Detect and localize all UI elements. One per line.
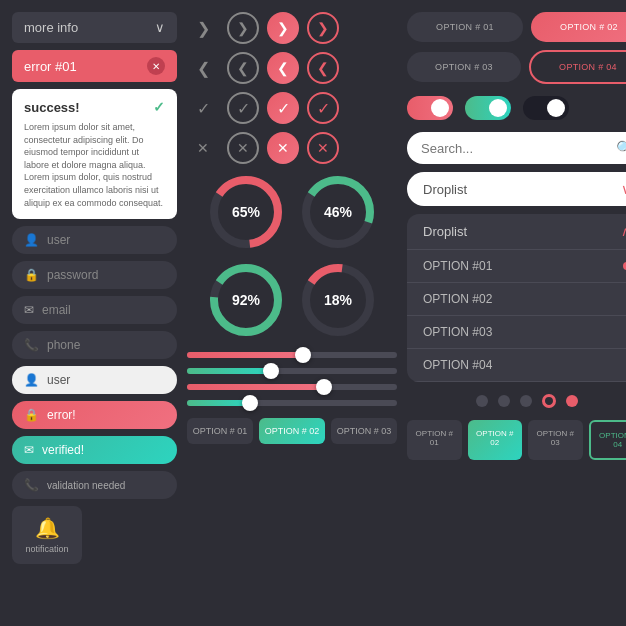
check-filled[interactable]: ✓: [267, 92, 299, 124]
pie-label-18: 18%: [324, 292, 352, 308]
search-input[interactable]: [421, 141, 608, 156]
option-btn-02[interactable]: OPTION # 02: [531, 12, 626, 42]
pie-chart-92: 92%: [206, 260, 286, 340]
input-password[interactable]: 🔒 password: [12, 261, 177, 289]
slider-thumb-1[interactable]: [295, 347, 311, 363]
tab-right-3[interactable]: OPTION # 03: [528, 420, 583, 460]
input-validation[interactable]: 📞 validation needed: [12, 471, 177, 499]
input-phone-label: phone: [47, 338, 80, 352]
chevron-right-row: ❯ ❯ ❯ ❯: [187, 12, 397, 44]
input-password-label: password: [47, 268, 98, 282]
input-phone[interactable]: 📞 phone: [12, 331, 177, 359]
error-badge[interactable]: error #01 ✕: [12, 50, 177, 82]
input-user-label: user: [47, 233, 70, 247]
toggle-knob-pink: [431, 99, 449, 117]
chevron-down-icon: ∨: [621, 181, 626, 197]
x-outlined[interactable]: ✕: [227, 132, 259, 164]
tab-right-2[interactable]: OPTION # 02: [468, 420, 523, 460]
radio-dot-1[interactable]: [476, 395, 488, 407]
radio-dot-3[interactable]: [520, 395, 532, 407]
tab-right-4[interactable]: OPTION # 04: [589, 420, 627, 460]
input-user2[interactable]: 👤 user: [12, 366, 177, 394]
email-icon2: ✉: [24, 443, 34, 457]
input-verified[interactable]: ✉ verified!: [12, 436, 177, 464]
toggle-knob-green: [489, 99, 507, 117]
x-filled[interactable]: ✕: [267, 132, 299, 164]
input-validation-label: validation needed: [47, 480, 125, 491]
phone-icon: 📞: [24, 338, 39, 352]
slider-fill-1: [187, 352, 303, 358]
success-title: success!: [24, 100, 80, 115]
radio-dot-2[interactable]: [498, 395, 510, 407]
droplist-item-1-label: OPTION #01: [423, 259, 492, 273]
pie-chart-65: 65%: [206, 172, 286, 252]
chevron-left-filled[interactable]: ❮: [267, 52, 299, 84]
chevron-right-filled[interactable]: ❯: [267, 12, 299, 44]
bell-icon: 🔔: [35, 516, 60, 540]
option-row-1: OPTION # 01 OPTION # 02: [407, 12, 626, 42]
toggle-pink[interactable]: [407, 96, 453, 120]
droplist-open: Droplist ∧ OPTION #01 OPTION #02 OPTION …: [407, 214, 626, 382]
middle-column: ❯ ❯ ❯ ❯ ❮ ❮ ❮ ❮ ✓ ✓ ✓ ✓ ✕ ✕ ✕ ✕: [187, 12, 397, 614]
chevron-up-icon: ∧: [621, 224, 626, 239]
slider-thumb-2[interactable]: [263, 363, 279, 379]
input-error[interactable]: 🔒 error!: [12, 401, 177, 429]
droplist-header[interactable]: Droplist ∧: [407, 214, 626, 250]
input-user[interactable]: 👤 user: [12, 226, 177, 254]
notification-button[interactable]: 🔔 notification: [12, 506, 82, 564]
droplist-label: Droplist: [423, 182, 467, 197]
input-email[interactable]: ✉ email: [12, 296, 177, 324]
check-flat[interactable]: ✓: [187, 92, 219, 124]
droplist-closed[interactable]: Droplist ∨: [407, 172, 626, 206]
chevron-left-outline-pink[interactable]: ❮: [307, 52, 339, 84]
droplist-item-2-label: OPTION #02: [423, 292, 492, 306]
toggle-green[interactable]: [465, 96, 511, 120]
toggle-knob-dark: [547, 99, 565, 117]
chevron-down-icon: ∨: [155, 20, 165, 35]
slider-thumb-3[interactable]: [316, 379, 332, 395]
tab-middle-1[interactable]: OPTION # 01: [187, 418, 253, 444]
email-icon: ✉: [24, 303, 34, 317]
droplist-item-2[interactable]: OPTION #02: [407, 283, 626, 316]
tab-middle-3[interactable]: OPTION # 03: [331, 418, 397, 444]
droplist-item-3[interactable]: OPTION #03: [407, 316, 626, 349]
lock-icon: 🔒: [24, 268, 39, 282]
chevron-right-flat[interactable]: ❯: [187, 12, 219, 44]
slider-thumb-4[interactable]: [242, 395, 258, 411]
option-btn-01[interactable]: OPTION # 01: [407, 12, 523, 42]
droplist-item-1[interactable]: OPTION #01: [407, 250, 626, 283]
dropdown-more-info[interactable]: more info ∨: [12, 12, 177, 43]
slider-track-1: [187, 352, 397, 358]
notification-label: notification: [25, 544, 68, 554]
left-column: more info ∨ error #01 ✕ success! ✓ Lorem…: [12, 12, 177, 614]
x-outline-pink[interactable]: ✕: [307, 132, 339, 164]
search-icon: 🔍: [616, 140, 626, 156]
phone-icon2: 📞: [24, 478, 39, 492]
x-row: ✕ ✕ ✕ ✕: [187, 132, 397, 164]
tab-middle-2[interactable]: OPTION # 02: [259, 418, 325, 444]
toggle-dark[interactable]: [523, 96, 569, 120]
option-btn-04[interactable]: OPTION # 04: [529, 50, 626, 84]
success-body: Lorem ipsum dolor sit amet, consectetur …: [24, 121, 165, 209]
pie-row-2: 92% 18%: [187, 260, 397, 340]
radio-dot-5[interactable]: [566, 395, 578, 407]
chevron-left-outlined[interactable]: ❮: [227, 52, 259, 84]
slider-track-3: [187, 384, 397, 390]
check-outline-pink[interactable]: ✓: [307, 92, 339, 124]
pie-chart-18: 18%: [298, 260, 378, 340]
droplist-item-4[interactable]: OPTION #04: [407, 349, 626, 382]
chevron-right-outline-pink[interactable]: ❯: [307, 12, 339, 44]
option-btn-03[interactable]: OPTION # 03: [407, 52, 521, 82]
radio-dot-4-active[interactable]: [542, 394, 556, 408]
lock-icon2: 🔒: [24, 408, 39, 422]
option-row-2: OPTION # 03 OPTION # 04: [407, 50, 626, 84]
success-card: success! ✓ Lorem ipsum dolor sit amet, c…: [12, 89, 177, 219]
search-box[interactable]: 🔍: [407, 132, 626, 164]
check-outlined[interactable]: ✓: [227, 92, 259, 124]
chevron-right-outlined[interactable]: ❯: [227, 12, 259, 44]
x-flat[interactable]: ✕: [187, 132, 219, 164]
tab-right-1[interactable]: OPTION # 01: [407, 420, 462, 460]
input-email-label: email: [42, 303, 71, 317]
close-icon[interactable]: ✕: [147, 57, 165, 75]
chevron-left-flat[interactable]: ❮: [187, 52, 219, 84]
